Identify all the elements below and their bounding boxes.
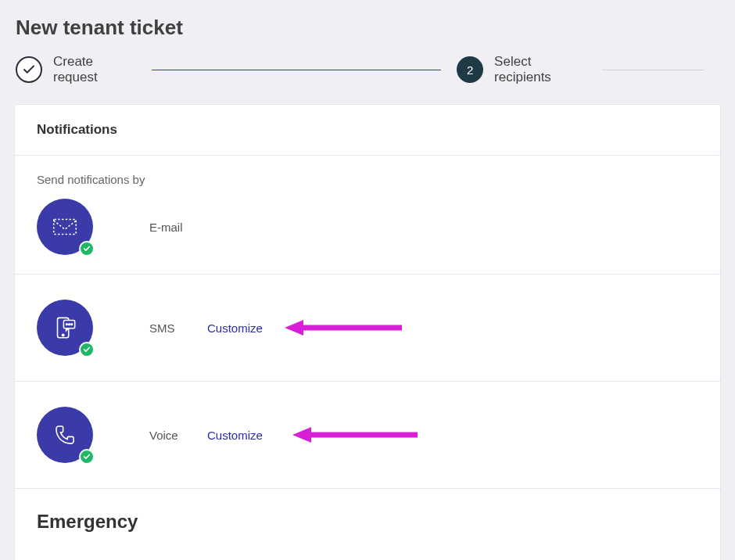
notification-row-voice: Voice Customize: [15, 382, 720, 489]
emergency-section: Emergency: [15, 489, 720, 560]
step-select-recipients[interactable]: 2 Select recipients: [457, 54, 586, 85]
notifications-header: Notifications: [15, 105, 720, 156]
page-title: New tenant ticket: [0, 0, 735, 40]
voice-icon-wrap[interactable]: [37, 407, 93, 463]
check-icon: [83, 245, 91, 253]
voice-label: Voice: [149, 429, 196, 442]
sms-icon: [50, 313, 80, 343]
annotation-arrow-voice: [292, 425, 418, 444]
notifications-card: Notifications Send notifications by E-ma…: [14, 104, 721, 560]
svg-point-2: [62, 334, 63, 336]
step2-circle: 2: [457, 56, 483, 83]
svg-rect-0: [54, 220, 77, 235]
check-icon: [83, 453, 91, 461]
voice-enabled-badge: [79, 449, 95, 465]
emergency-title: Emergency: [37, 511, 698, 533]
sms-customize-link[interactable]: Customize: [207, 321, 263, 335]
stepper: Create request 2 Select recipients: [0, 40, 735, 104]
email-enabled-badge: [79, 241, 95, 257]
step1-label: Create request: [53, 54, 136, 85]
notifications-title: Notifications: [37, 122, 698, 138]
step2-number: 2: [467, 63, 473, 77]
svg-point-4: [66, 324, 68, 325]
sms-label: SMS: [149, 321, 196, 335]
stepper-connector: [152, 70, 441, 70]
voice-customize-link[interactable]: Customize: [207, 429, 263, 442]
email-icon-wrap[interactable]: [37, 199, 93, 255]
stepper-connector-after: [602, 70, 704, 70]
phone-icon: [50, 420, 80, 450]
email-label: E-mail: [149, 221, 196, 234]
svg-marker-10: [292, 427, 311, 443]
sms-enabled-badge: [79, 342, 95, 357]
check-icon: [22, 63, 36, 77]
notification-row-sms: SMS Customize: [15, 275, 720, 382]
check-icon: [83, 346, 91, 354]
step1-circle: [16, 56, 42, 83]
email-icon: [50, 212, 80, 242]
step2-label: Select recipients: [494, 54, 586, 85]
svg-point-6: [71, 324, 73, 325]
notification-row-email: E-mail: [15, 192, 720, 275]
notifications-intro: Send notifications by: [15, 156, 720, 192]
sms-icon-wrap[interactable]: [37, 300, 93, 356]
step-create-request[interactable]: Create request: [16, 54, 136, 85]
svg-point-5: [69, 324, 70, 325]
annotation-arrow-sms: [285, 318, 402, 337]
svg-marker-8: [285, 320, 303, 336]
